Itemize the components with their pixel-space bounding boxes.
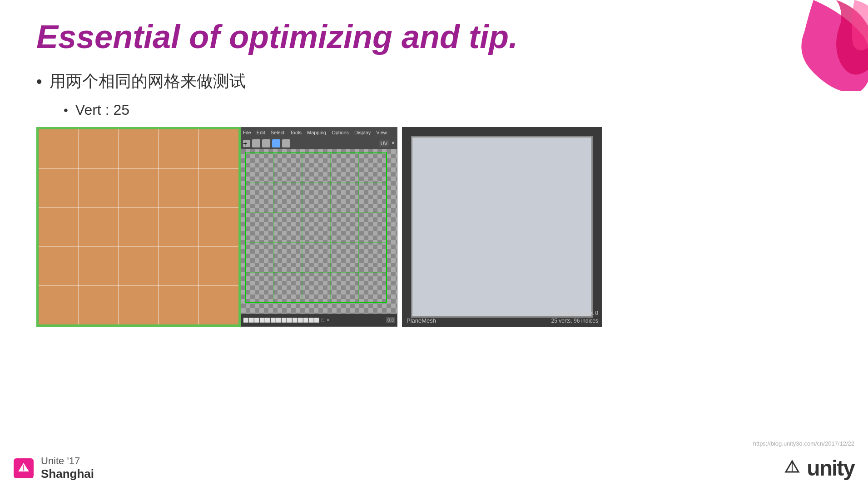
menu-edit[interactable]: Edit xyxy=(257,130,265,135)
uv-close-icon[interactable]: ✕ xyxy=(391,140,395,146)
unite-logo-box xyxy=(14,458,34,478)
menu-select[interactable]: Select xyxy=(271,130,285,135)
viewport-mesh-label: PlaneMesh xyxy=(407,317,436,324)
bottom-left: Unite '17 Shanghai xyxy=(14,455,94,481)
bottom-right: unity xyxy=(782,456,854,481)
uv-label: UV xyxy=(379,140,389,147)
uv-canvas xyxy=(241,149,397,314)
toolbar-rotate-icon[interactable] xyxy=(252,139,260,147)
corner-decoration xyxy=(723,0,868,91)
uv-coord-display: 0.0 xyxy=(386,317,395,323)
viewport-info-label: Plane001 subset 0 25 verts, 96 indices xyxy=(551,309,598,325)
uv-menubar[interactable]: File Edit Select Tools Mapping Options D… xyxy=(241,128,397,137)
menu-tools[interactable]: Tools xyxy=(290,130,302,135)
url-text: https://blog.unity3d.com/cn/2017/12/22 xyxy=(753,440,854,447)
unity-brand-label: unity xyxy=(807,456,854,481)
event-title: Unite '17 xyxy=(41,455,94,467)
images-area: File Edit Select Tools Mapping Options D… xyxy=(36,127,602,327)
unite-text: Unite '17 Shanghai xyxy=(41,455,94,481)
unity-brand-icon xyxy=(782,458,802,478)
page-title: Essential of optimizing and tip. xyxy=(36,18,518,55)
toolbar-select-icon[interactable] xyxy=(262,139,270,147)
bullet-l2a: Vert : 25 xyxy=(64,102,246,118)
menu-options[interactable]: Options xyxy=(332,130,349,135)
event-subtitle: Shanghai xyxy=(41,467,94,481)
uv-bottom-icons: ⬜⬜⬜⬜⬜⬜⬜⬜⬜⬜⬜⬜⬜⬜ ⬡ ✕ xyxy=(243,318,330,323)
uv-editor: File Edit Select Tools Mapping Options D… xyxy=(241,127,397,327)
bullet-l1: 用两个相同的网格来做测试 xyxy=(36,70,246,93)
toolbar-move-icon[interactable]: + xyxy=(243,140,250,147)
toolbar-grid-icon[interactable] xyxy=(282,139,290,147)
mesh-grid xyxy=(39,129,238,324)
mesh-view xyxy=(36,127,241,327)
uv-toolbar[interactable]: + UV ✕ xyxy=(241,137,397,149)
svg-rect-12 xyxy=(241,149,397,314)
viewport-3d: PlaneMesh Plane001 subset 0 25 verts, 96… xyxy=(402,127,602,327)
unity-icon xyxy=(17,462,30,475)
uv-bottombar[interactable]: ⬜⬜⬜⬜⬜⬜⬜⬜⬜⬜⬜⬜⬜⬜ ⬡ ✕ 0.0 xyxy=(241,314,397,326)
bottom-bar: Unite '17 Shanghai unity xyxy=(0,450,868,486)
menu-view[interactable]: View xyxy=(376,130,387,135)
menu-file[interactable]: File xyxy=(243,130,251,135)
viewport-inner xyxy=(411,136,593,318)
toolbar-active-icon[interactable] xyxy=(272,139,280,147)
menu-mapping[interactable]: Mapping xyxy=(307,130,326,135)
checker-svg xyxy=(241,149,397,314)
menu-display[interactable]: Display xyxy=(354,130,371,135)
